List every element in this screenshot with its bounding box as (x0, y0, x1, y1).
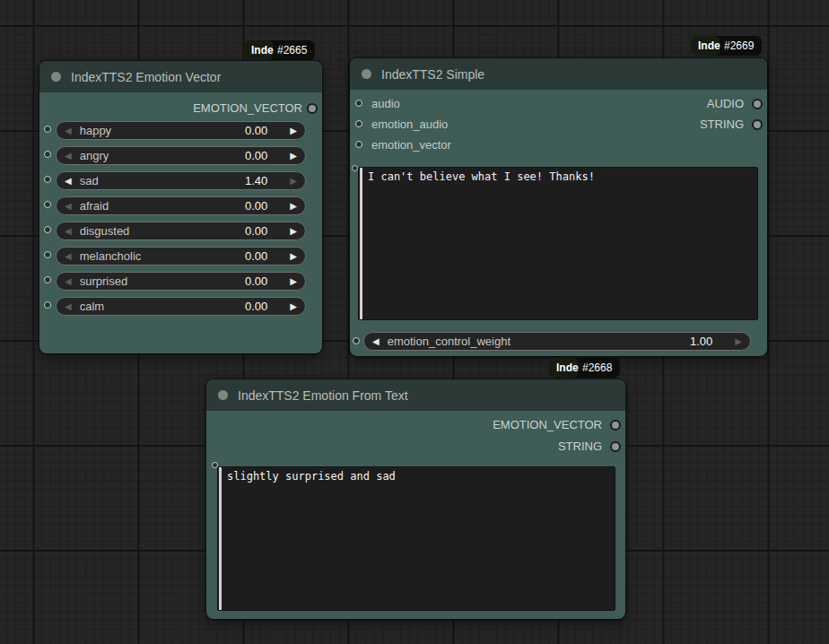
output-label: EMOTION_VECTOR (493, 418, 602, 431)
increment-arrow-icon[interactable]: ▶ (290, 302, 297, 311)
widget-value: 0.00 (245, 274, 267, 288)
node-indextts2-emotion-vector[interactable]: IndexTTS2 Emotion Vector EMOTION_VECTOR … (39, 61, 322, 353)
input-label: emotion_audio (371, 117, 448, 131)
increment-arrow-icon[interactable]: ▶ (290, 227, 297, 236)
node-header[interactable]: IndexTTS2 Emotion From Text (206, 379, 625, 411)
decrement-arrow-icon[interactable]: ◀ (65, 202, 72, 211)
widget-value: 1.00 (690, 335, 712, 348)
decrement-arrow-icon[interactable]: ◀ (372, 337, 380, 346)
slider-widget-melancholic[interactable]: ◀ melancholic 0.00 ▶ (56, 247, 306, 265)
badge-source-label: Inde (244, 40, 274, 60)
input-slot[interactable] (355, 141, 362, 148)
decrement-arrow-icon[interactable]: ◀ (65, 252, 72, 261)
output-slot[interactable] (307, 103, 318, 114)
output-slot[interactable] (610, 420, 621, 431)
decrement-arrow-icon[interactable]: ◀ (65, 302, 72, 311)
node-title: IndexTTS2 Simple (381, 67, 484, 82)
node-graph-canvas[interactable]: Inde #2665 Inde #2669 Inde #2668 IndexTT… (0, 0, 829, 644)
widget-label: angry (80, 149, 109, 162)
text-prompt-input[interactable]: I can't believe what I see! Thanks! (358, 167, 758, 320)
decrement-arrow-icon[interactable]: ◀ (65, 227, 72, 236)
slider-widget-angry[interactable]: ◀ angry 0.00 ▶ (56, 146, 306, 165)
node-id-badge: Inde #2665 (244, 40, 315, 60)
slider-widget-sad[interactable]: ◀ sad 1.40 ▶ (56, 171, 306, 190)
widget-value: 0.00 (245, 300, 267, 313)
widget-value: 0.00 (245, 224, 267, 238)
input-slot[interactable] (44, 226, 51, 233)
input-label: audio (371, 97, 400, 110)
output-label: EMOTION_VECTOR (193, 101, 302, 115)
widget-label: sad (80, 174, 99, 187)
node-id-badge: Inde #2668 (549, 358, 620, 378)
widget-value: 0.00 (245, 249, 267, 263)
widget-label: calm (80, 300, 104, 313)
decrement-arrow-icon[interactable]: ◀ (65, 126, 72, 135)
increment-arrow-icon[interactable]: ▶ (290, 152, 297, 161)
badge-source-label: Inde (691, 36, 720, 56)
widget-value: 0.00 (245, 199, 267, 213)
slider-widget-surprised[interactable]: ◀ surprised 0.00 ▶ (56, 272, 306, 291)
input-slot[interactable] (355, 120, 362, 127)
emotion-text-input[interactable]: slightly surprised and sad (217, 466, 615, 611)
input-slot[interactable] (44, 201, 51, 208)
increment-arrow-icon[interactable]: ▶ (290, 202, 297, 211)
decrement-arrow-icon[interactable]: ◀ (65, 177, 72, 186)
node-title: IndexTTS2 Emotion Vector (71, 70, 221, 84)
widget-label: melancholic (80, 249, 142, 263)
widget-label: happy (80, 124, 111, 137)
input-slot[interactable] (355, 100, 362, 107)
output-slot[interactable] (752, 99, 763, 109)
node-id-badge: Inde #2669 (691, 36, 762, 56)
node-header[interactable]: IndexTTS2 Emotion Vector (39, 61, 322, 92)
output-slot[interactable] (610, 441, 621, 452)
increment-arrow-icon[interactable]: ▶ (290, 126, 297, 135)
widget-value: 0.00 (245, 149, 267, 162)
slider-widget-disgusted[interactable]: ◀ disgusted 0.00 ▶ (56, 222, 306, 240)
output-label: AUDIO (707, 97, 744, 110)
slider-widget-calm[interactable]: ◀ calm 0.00 ▶ (56, 297, 306, 316)
input-slot[interactable] (44, 276, 51, 283)
input-slot[interactable] (352, 165, 358, 171)
widget-value: 1.40 (245, 174, 267, 187)
node-header[interactable]: IndexTTS2 Simple (350, 58, 767, 90)
increment-arrow-icon[interactable]: ▶ (735, 337, 742, 346)
collapse-dot-icon[interactable] (362, 69, 371, 79)
increment-arrow-icon[interactable]: ▶ (290, 177, 297, 186)
output-label: STRING (558, 439, 602, 453)
widget-label: afraid (80, 199, 109, 213)
input-slot[interactable] (44, 301, 51, 309)
input-slot[interactable] (353, 337, 360, 344)
widget-label: surprised (80, 274, 127, 288)
decrement-arrow-icon[interactable]: ◀ (65, 152, 72, 161)
output-slot[interactable] (752, 119, 763, 130)
slider-widget-emotion-control-weight[interactable]: ◀ emotion_control_weight 1.00 ▶ (363, 332, 751, 351)
increment-arrow-icon[interactable]: ▶ (290, 252, 297, 261)
widget-value: 0.00 (245, 124, 267, 137)
input-slot[interactable] (44, 151, 51, 158)
collapse-dot-icon[interactable] (218, 390, 228, 400)
increment-arrow-icon[interactable]: ▶ (290, 277, 297, 286)
collapse-dot-icon[interactable] (51, 72, 61, 82)
node-title: IndexTTS2 Emotion From Text (238, 388, 408, 403)
decrement-arrow-icon[interactable]: ◀ (65, 277, 72, 286)
widget-label: disgusted (80, 224, 130, 238)
node-indextts2-emotion-from-text[interactable]: IndexTTS2 Emotion From Text EMOTION_VECT… (206, 379, 625, 619)
output-label: STRING (700, 117, 744, 131)
input-slot[interactable] (44, 176, 51, 183)
input-slot[interactable] (44, 126, 51, 133)
input-slot[interactable] (44, 251, 51, 258)
slider-widget-afraid[interactable]: ◀ afraid 0.00 ▶ (56, 196, 306, 215)
widget-label: emotion_control_weight (388, 335, 510, 348)
slider-widget-happy[interactable]: ◀ happy 0.00 ▶ (56, 121, 306, 140)
input-label: emotion_vector (371, 138, 451, 152)
badge-source-label: Inde (549, 358, 579, 378)
node-indextts2-simple[interactable]: IndexTTS2 Simple audio emotion_audio emo… (350, 58, 767, 356)
